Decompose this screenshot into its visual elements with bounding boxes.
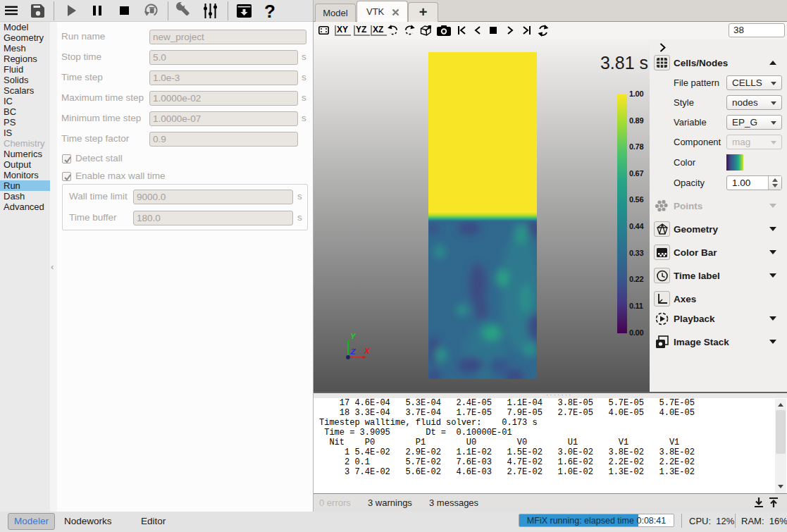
- svg-text:X: X: [364, 347, 371, 355]
- svg-text:Y: Y: [350, 332, 357, 340]
- svg-text:Z: Z: [350, 347, 357, 356]
